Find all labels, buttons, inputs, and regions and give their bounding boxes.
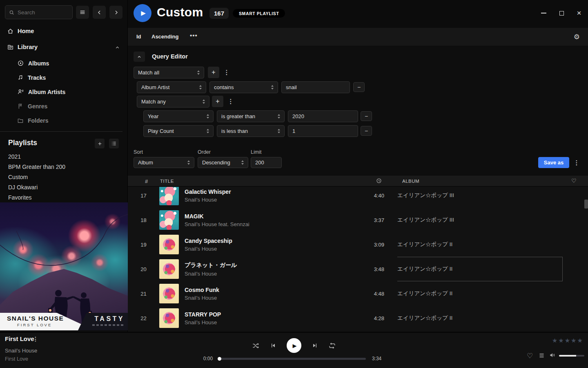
playlist-item-custom[interactable]: Custom (0, 172, 127, 182)
search-input[interactable] (18, 9, 69, 16)
subrule-value-field[interactable] (288, 110, 358, 122)
add-rule-button[interactable]: + (208, 67, 219, 78)
rating-star-icon[interactable]: ★ (552, 337, 557, 344)
shuffle-icon[interactable] (252, 342, 260, 350)
table-row[interactable]: 19 Candy Spaceship Snail’s House 3:09 エイ… (128, 232, 588, 257)
sort-order-button[interactable]: Ascending (151, 34, 178, 40)
table-row[interactable]: 20 プラネット・ガール Snail’s House 3:48 エイリアン☆ポッ… (128, 257, 588, 281)
add-playlist-button[interactable] (95, 139, 105, 148)
minimize-button[interactable] (540, 10, 547, 16)
rule-group-menu-button[interactable]: ⋮ (223, 67, 230, 78)
gear-icon[interactable]: ⚙ (574, 33, 580, 41)
column-title[interactable]: TITLE (160, 179, 174, 184)
playlist-item-bpm-greater-than-200[interactable]: BPM Greater than 200 (0, 162, 127, 172)
match-all-select[interactable]: Match all (134, 67, 204, 79)
rating-stars[interactable]: ★★★★★ (552, 337, 583, 344)
playlist-item-favorites[interactable]: Favorites (0, 192, 127, 202)
query-menu-button[interactable]: ⋮ (573, 157, 580, 168)
rating-star-icon[interactable]: ★ (577, 337, 583, 344)
subrule2-value-field[interactable] (288, 125, 358, 137)
remove-rule-button[interactable]: − (353, 82, 365, 92)
subrule2-field-select[interactable]: Play Count (143, 125, 214, 137)
now-playing-album[interactable]: First Love (5, 356, 28, 362)
track-album[interactable]: エイリアン☆ポップ II (397, 306, 567, 330)
column-album[interactable]: ALBUM (402, 179, 419, 184)
sidebar-item-tracks[interactable]: Tracks (0, 70, 127, 85)
table-row[interactable]: 21 Cosmo Funk Snail’s House 4:48 エイリアン☆ポ… (128, 281, 588, 306)
sidebar-item-library[interactable]: Library (0, 41, 127, 53)
previous-track-icon[interactable] (270, 342, 276, 349)
sidebar-item-album-artists[interactable]: Album Artists (0, 85, 127, 99)
query-editor-collapse-button[interactable] (134, 52, 145, 62)
sidebar-item-folders[interactable]: Folders (0, 113, 127, 128)
sort-select[interactable]: Album (134, 157, 194, 168)
scrollbar-thumb[interactable] (584, 200, 588, 209)
track-album[interactable]: エイリアン☆ポップ III (397, 187, 567, 208)
play-playlist-button[interactable]: ▶ (134, 4, 151, 22)
back-button[interactable] (93, 6, 106, 19)
sidebar-item-home[interactable]: Home (0, 25, 127, 37)
track-album[interactable]: エイリアン☆ポップ II (397, 257, 567, 281)
table-row[interactable]: 17 Galactic Whisper Snail’s House 4:40 エ… (128, 187, 588, 208)
subrule-field-select[interactable]: Year (143, 110, 214, 122)
playlist-list: 2021BPM Greater than 200CustomDJ Okawari… (0, 151, 127, 202)
now-playing-title[interactable]: First Love (5, 335, 34, 342)
playlist-list-button[interactable] (109, 139, 119, 148)
rule-field-select[interactable]: Album Artist (137, 81, 206, 93)
remove-subrule-button[interactable]: − (361, 111, 372, 121)
seek-handle[interactable] (218, 357, 221, 361)
sidebar-item-genres[interactable]: Genres (0, 99, 127, 113)
rating-star-icon[interactable]: ★ (558, 337, 564, 344)
track-album[interactable]: エイリアン☆ポップ II (397, 232, 567, 257)
column-index[interactable]: # (145, 178, 148, 184)
subrule2-operator-select[interactable]: is less than (217, 125, 285, 137)
playlist-item-dj-okawari[interactable]: DJ Okawari (0, 182, 127, 192)
next-track-icon[interactable] (312, 342, 318, 349)
more-options-button[interactable]: ••• (190, 32, 198, 39)
search-icon (9, 9, 15, 16)
rating-star-icon[interactable]: ★ (571, 337, 576, 344)
rule-value-field[interactable] (281, 81, 350, 93)
favorite-button[interactable]: ♡ (527, 352, 533, 360)
search-box[interactable] (5, 5, 73, 19)
play-pause-button[interactable]: ▶ (287, 338, 301, 353)
track-artist: Snail’s House (185, 271, 347, 277)
maximize-button[interactable] (558, 10, 565, 16)
repeat-icon[interactable] (328, 342, 336, 350)
subrule-operator-select[interactable]: is greater than (217, 110, 285, 122)
subrule-group-menu-button[interactable]: ⋮ (227, 96, 234, 107)
save-as-button[interactable]: Save as (538, 157, 569, 168)
order-select[interactable]: Descending (198, 157, 248, 168)
track-album[interactable]: エイリアン☆ポップ II (397, 281, 567, 306)
favorite-heart-icon[interactable]: ♡ (571, 177, 577, 184)
sidebar-item-albums[interactable]: Albums (0, 56, 127, 70)
collapse-chevron-icon[interactable] (115, 45, 120, 50)
add-subrule-button[interactable]: + (212, 96, 223, 107)
subrule2-value-input[interactable] (292, 128, 354, 134)
volume-slider[interactable] (559, 355, 584, 357)
seek-slider[interactable] (218, 358, 366, 360)
match-any-select[interactable]: Match any (137, 96, 209, 108)
limit-field[interactable] (251, 157, 282, 168)
disc-icon (17, 60, 24, 67)
menu-button[interactable] (76, 6, 89, 19)
now-playing-album-art[interactable]: SNAIL'S HOUSE FIRST LOVE TASTY (0, 202, 128, 330)
queue-icon[interactable] (538, 352, 545, 359)
limit-input[interactable] (255, 159, 277, 166)
now-playing-artist[interactable]: Snail’s House (5, 348, 37, 354)
now-playing-menu-button[interactable]: ⋮ (33, 336, 38, 342)
rule-value-input[interactable] (286, 84, 345, 90)
table-row[interactable]: 22 STARRY POP Snail’s House 4:28 エイリアン☆ポ… (128, 306, 588, 330)
subrule-value-input[interactable] (292, 113, 354, 119)
sort-field-button[interactable]: Id (136, 34, 141, 40)
playlist-item-2021[interactable]: 2021 (0, 151, 127, 162)
table-row[interactable]: 18 MAGIK Snail’s House feat. Sennzai 3:3… (128, 208, 588, 232)
track-album[interactable]: エイリアン☆ポップ III (397, 208, 567, 232)
rating-star-icon[interactable]: ★ (565, 337, 570, 344)
duration-clock-icon[interactable] (376, 178, 382, 184)
rule-operator-select[interactable]: contains (209, 81, 278, 93)
volume-icon[interactable] (549, 352, 556, 358)
forward-button[interactable] (109, 6, 122, 19)
close-button[interactable]: × (576, 10, 582, 16)
remove-subrule2-button[interactable]: − (361, 126, 372, 136)
